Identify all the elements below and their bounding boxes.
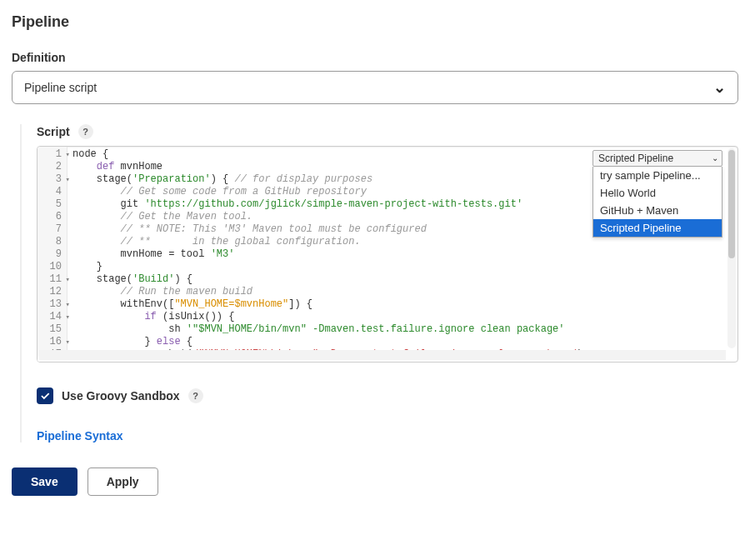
definition-select[interactable]: Pipeline script ⌄ — [12, 71, 738, 104]
code-line[interactable]: // ** in the global configuration. — [72, 236, 582, 248]
chevron-down-icon: ⌄ — [713, 80, 726, 95]
definition-label: Definition — [12, 51, 738, 64]
line-number: 15 — [38, 323, 67, 336]
line-number: 9 — [38, 248, 67, 261]
sandbox-checkbox[interactable] — [37, 388, 53, 404]
chevron-down-icon: ⌄ — [712, 153, 718, 162]
code-content[interactable]: node { def mvnHome stage('Preparation') … — [68, 147, 588, 362]
script-label: Script — [37, 125, 70, 138]
line-number: 10 — [38, 261, 67, 273]
code-line[interactable]: node { — [72, 148, 582, 161]
sample-option[interactable]: Scripted Pipeline — [593, 219, 722, 237]
code-line[interactable]: if (isUnix()) { — [72, 311, 582, 323]
line-number: 12 — [38, 286, 67, 298]
help-icon[interactable]: ? — [78, 124, 93, 139]
sample-option[interactable]: GitHub + Maven — [593, 202, 722, 219]
line-number: 14 — [38, 311, 67, 323]
line-number: 8 — [38, 236, 67, 248]
code-line[interactable]: def mvnHome — [72, 161, 582, 173]
page-title: Pipeline — [12, 13, 738, 31]
line-number: 1 — [38, 148, 67, 161]
apply-button[interactable]: Apply — [88, 468, 158, 496]
code-line[interactable]: sh '"$MVN_HOME/bin/mvn" -Dmaven.test.fai… — [72, 323, 582, 336]
save-button[interactable]: Save — [12, 468, 78, 496]
horizontal-scrollbar[interactable] — [39, 350, 726, 360]
sample-select[interactable]: Scripted Pipeline ⌄ — [592, 150, 722, 167]
help-icon[interactable]: ? — [188, 388, 203, 403]
line-number: 3 — [38, 173, 67, 186]
line-number: 7 — [38, 223, 67, 236]
line-number: 13 — [38, 298, 67, 311]
script-editor[interactable]: 1234567891011121314151617 node { def mvn… — [37, 146, 738, 362]
code-line[interactable]: // Get some code from a GitHub repositor… — [72, 186, 582, 198]
code-line[interactable]: // Get the Maven tool. — [72, 211, 582, 223]
code-line[interactable]: } — [72, 261, 582, 273]
line-number: 11 — [38, 273, 67, 286]
code-line[interactable]: mvnHome = tool 'M3' — [72, 248, 582, 261]
sandbox-label: Use Groovy Sandbox — [62, 389, 180, 402]
line-number: 16 — [38, 336, 67, 348]
sample-selected: Scripted Pipeline — [598, 152, 673, 164]
check-icon — [39, 390, 51, 402]
sample-option[interactable]: try sample Pipeline... — [593, 167, 722, 184]
line-number: 2 — [38, 161, 67, 173]
code-line[interactable]: stage('Preparation') { // for display pu… — [72, 173, 582, 186]
sample-option[interactable]: Hello World — [593, 184, 722, 202]
code-line[interactable]: // ** NOTE: This 'M3' Maven tool must be… — [72, 223, 582, 236]
definition-value: Pipeline script — [24, 81, 97, 94]
sample-pipeline-dropdown[interactable]: Scripted Pipeline ⌄ try sample Pipeline.… — [592, 150, 722, 167]
code-line[interactable]: // Run the maven build — [72, 286, 582, 298]
line-number: 4 — [38, 186, 67, 198]
pipeline-syntax-link[interactable]: Pipeline Syntax — [37, 429, 122, 442]
line-gutter: 1234567891011121314151617 — [38, 147, 68, 362]
code-line[interactable]: stage('Build') { — [72, 273, 582, 286]
code-line[interactable]: withEnv(["MVN_HOME=$mvnHome"]) { — [72, 298, 582, 311]
code-line[interactable]: } else { — [72, 336, 582, 348]
code-line[interactable]: git 'https://github.com/jglick/simple-ma… — [72, 198, 582, 211]
sample-options-list[interactable]: try sample Pipeline...Hello WorldGitHub … — [592, 167, 722, 238]
line-number: 5 — [38, 198, 67, 211]
line-number: 6 — [38, 211, 67, 223]
vertical-scrollbar[interactable] — [728, 148, 736, 348]
